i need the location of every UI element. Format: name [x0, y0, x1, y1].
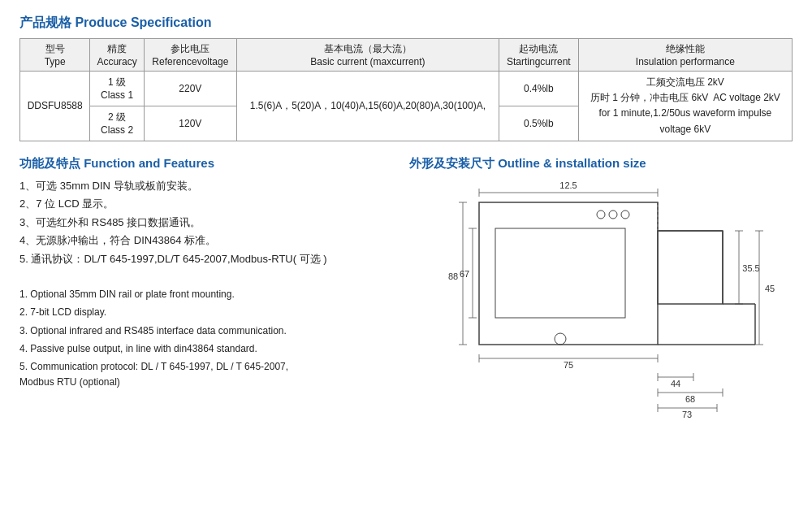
cell-accuracy-1: 1 级Class 1: [90, 72, 144, 106]
svg-text:67: 67: [460, 269, 469, 279]
features-column: 功能及特点 Function and Features 1、可选 35mm DI…: [19, 156, 393, 430]
feature-en-3: 3. Optional infrared and RS485 interface…: [19, 323, 393, 339]
feature-cn-5: 5. 通讯协议：DL/T 645-1997,DL/T 645-2007,Modb…: [19, 251, 393, 267]
svg-text:75: 75: [564, 360, 573, 370]
svg-text:88: 88: [448, 271, 458, 281]
feature-en-4: 4. Passive pulse output, in line with di…: [19, 341, 393, 357]
cell-starting-2: 0.5%lb: [499, 106, 578, 141]
outline-title: 外形及安装尺寸 Outline & installation size: [409, 156, 793, 171]
outline-column: 外形及安装尺寸 Outline & installation size: [409, 156, 793, 430]
svg-point-4: [621, 210, 629, 219]
features-list-en: 1. Optional 35mm DIN rail or plate front…: [19, 287, 393, 390]
svg-point-5: [555, 333, 566, 345]
cell-starting-1: 0.4%lb: [499, 72, 578, 106]
features-title: 功能及特点 Function and Features: [19, 156, 393, 171]
cell-current: 1.5(6)A，5(20)A，10(40)A,15(60)A,20(80)A,3…: [236, 72, 499, 141]
col-insulation: 绝缘性能Insulation performance: [578, 39, 792, 72]
feature-en-2: 2. 7-bit LCD display.: [19, 305, 393, 320]
outline-diagram: 88 67 75 12.5: [409, 178, 793, 430]
features-list-cn: 1、可选 35mm DIN 导轨或板前安装。 2、7 位 LCD 显示。 3、可…: [19, 178, 393, 267]
svg-point-2: [597, 210, 605, 219]
svg-text:68: 68: [685, 394, 695, 404]
col-accuracy: 精度Accuracy: [90, 39, 144, 72]
cell-voltage-2: 120V: [144, 106, 236, 141]
col-basecurrent: 基本电流（最大流）Basic current (maxcurrent): [236, 39, 499, 72]
svg-text:73: 73: [682, 410, 692, 419]
col-refvoltage: 参比电压Referencevoltage: [144, 39, 236, 72]
spec-section-title: 产品规格 Produce Specification: [19, 15, 793, 32]
diagram-container: 88 67 75 12.5: [409, 178, 793, 430]
svg-rect-0: [479, 202, 658, 345]
cell-insulation: 工频交流电压 2kV 历时 1 分钟，冲击电压 6kV AC voltage 2…: [578, 72, 792, 141]
feature-cn-3: 3、可选红外和 RS485 接口数据通讯。: [19, 215, 393, 231]
col-startcurrent: 起动电流Startingcurrent: [499, 39, 578, 72]
cell-type: DDSFU8588: [20, 72, 90, 141]
bottom-section: 功能及特点 Function and Features 1、可选 35mm DI…: [19, 156, 793, 430]
svg-point-3: [609, 210, 617, 219]
feature-cn-4: 4、无源脉冲输出，符合 DIN43864 标准。: [19, 232, 393, 249]
page: 产品规格 Produce Specification 型号Type 精度Accu…: [0, 0, 812, 512]
svg-text:35.5: 35.5: [742, 263, 759, 273]
feature-en-5: 5. Communication protocol: DL / T 645-19…: [19, 359, 393, 390]
spec-table: 型号Type 精度Accuracy 参比电压Referencevoltage 基…: [19, 38, 793, 141]
feature-cn-1: 1、可选 35mm DIN 导轨或板前安装。: [19, 178, 393, 194]
svg-text:44: 44: [671, 379, 680, 388]
cell-voltage-1: 220V: [144, 72, 236, 106]
svg-rect-6: [658, 231, 723, 304]
feature-en-1: 1. Optional 35mm DIN rail or plate front…: [19, 287, 393, 302]
col-type: 型号Type: [20, 39, 90, 72]
svg-text:12.5: 12.5: [559, 180, 577, 190]
svg-text:45: 45: [765, 284, 775, 293]
cell-accuracy-2: 2 级Class 2: [90, 106, 144, 141]
feature-cn-2: 2、7 位 LCD 显示。: [19, 196, 393, 212]
svg-rect-1: [495, 228, 625, 318]
